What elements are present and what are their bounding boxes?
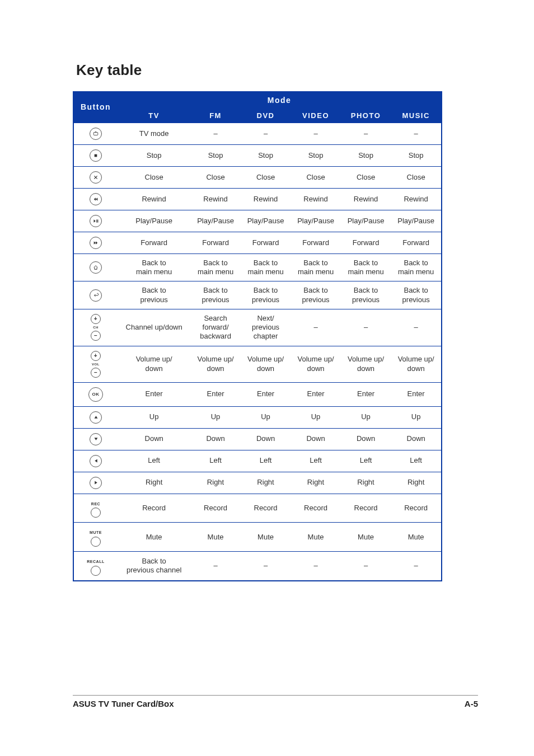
mode-cell: Down — [118, 428, 190, 450]
volume-up-down-icon: +VOL– — [91, 351, 101, 378]
mode-cell: Record — [241, 494, 291, 523]
mode-cell: Play/Pause — [391, 210, 442, 232]
mode-cell: Right — [118, 472, 190, 494]
mode-cell: Rewind — [391, 188, 442, 210]
mode-cell: Down — [291, 428, 341, 450]
mode-cell: Mute — [341, 523, 391, 552]
mode-cell: Stop — [118, 144, 190, 166]
mode-cell: Right — [190, 472, 241, 494]
left-icon — [90, 457, 102, 465]
mode-cell: Back tomain menu — [391, 253, 442, 281]
button-cell — [73, 472, 118, 494]
mode-cell: Back toprevious — [391, 281, 442, 309]
back-icon — [90, 291, 102, 299]
svg-rect-0 — [93, 132, 98, 135]
header-mode-tv: TV — [118, 109, 190, 123]
table-row: TV mode––––– — [73, 123, 442, 144]
mode-cell: Volume up/down — [291, 346, 341, 382]
header-mode-video: VIDEO — [291, 109, 341, 123]
page-title: Key table — [76, 62, 478, 79]
record-icon: REC — [91, 502, 101, 518]
mode-cell: – — [241, 552, 291, 581]
button-cell — [73, 428, 118, 450]
table-row: Play/PausePlay/PausePlay/PausePlay/Pause… — [73, 210, 442, 232]
button-cell: +VOL– — [73, 346, 118, 382]
mode-cell: Volume up/down — [190, 346, 241, 382]
button-cell — [73, 450, 118, 472]
mode-cell: Record — [291, 494, 341, 523]
mode-cell: Up — [241, 406, 291, 428]
mode-cell: Record — [391, 494, 442, 523]
mode-cell: Next/previouschapter — [241, 309, 291, 346]
mode-cell: Left — [291, 450, 341, 472]
mode-cell: Close — [391, 166, 442, 188]
button-cell — [73, 232, 118, 253]
mode-cell: Back tomain menu — [291, 253, 341, 281]
table-row: RightRightRightRightRightRight — [73, 472, 442, 494]
mode-cell: Right — [291, 472, 341, 494]
mode-cell: Forward — [291, 232, 341, 253]
table-row: RECALLBack toprevious channel––––– — [73, 552, 442, 581]
table-row: UpUpUpUpUpUp — [73, 406, 442, 428]
mode-cell: Right — [241, 472, 291, 494]
forward-icon — [90, 238, 102, 247]
header-mode: Mode — [118, 92, 442, 109]
mode-cell: Mute — [190, 523, 241, 552]
mode-cell: Volume up/down — [118, 346, 190, 382]
mode-cell: Stop — [190, 144, 241, 166]
right-icon — [90, 478, 102, 487]
button-cell: +CH– — [73, 309, 118, 346]
mode-cell: Play/Pause — [190, 210, 241, 232]
mode-cell: – — [391, 309, 442, 346]
button-cell — [73, 406, 118, 428]
recall-icon: RECALL — [87, 560, 104, 576]
table-row: +CH–Channel up/downSearchforward/backwar… — [73, 309, 442, 346]
button-cell — [73, 166, 118, 188]
ok-icon: OK — [88, 389, 103, 397]
mode-cell: Left — [241, 450, 291, 472]
mode-cell: Forward — [190, 232, 241, 253]
table-row: MUTEMuteMuteMuteMuteMuteMute — [73, 523, 442, 552]
mode-cell: Forward — [391, 232, 442, 253]
mode-cell: Enter — [241, 382, 291, 406]
mode-cell: Forward — [341, 232, 391, 253]
table-row: CloseCloseCloseCloseCloseClose — [73, 166, 442, 188]
mode-cell: Play/Pause — [241, 210, 291, 232]
mode-cell: – — [190, 552, 241, 581]
mode-cell: Back tomain menu — [190, 253, 241, 281]
mode-cell: Back toprevious — [341, 281, 391, 309]
mode-cell: Searchforward/backward — [190, 309, 241, 346]
mode-cell: – — [341, 123, 391, 144]
mode-cell: – — [391, 123, 442, 144]
table-row: Back topreviousBack topreviousBack topre… — [73, 281, 442, 309]
button-cell: OK — [73, 382, 118, 406]
mode-cell: Close — [241, 166, 291, 188]
table-row: OKEnterEnterEnterEnterEnterEnter — [73, 382, 442, 406]
mode-cell: Volume up/down — [341, 346, 391, 382]
tv-mode-icon — [90, 130, 102, 138]
mode-cell: Volume up/down — [391, 346, 442, 382]
mode-cell: Left — [118, 450, 190, 472]
mode-cell: Rewind — [341, 188, 391, 210]
mode-cell: Enter — [341, 382, 391, 406]
mode-cell: – — [341, 309, 391, 346]
table-row: Back tomain menuBack tomain menuBack tom… — [73, 253, 442, 281]
mode-cell: Enter — [190, 382, 241, 406]
mode-cell: Close — [118, 166, 190, 188]
header-button: Button — [73, 92, 118, 123]
key-table: Button Mode TV FM DVD VIDEO PHOTO MUSIC … — [73, 91, 442, 581]
rewind-icon — [90, 195, 102, 203]
up-icon — [90, 413, 102, 421]
mode-cell: Mute — [241, 523, 291, 552]
mode-cell: Stop — [291, 144, 341, 166]
mode-cell: Record — [118, 494, 190, 523]
mode-cell: Down — [391, 428, 442, 450]
down-icon — [90, 435, 102, 443]
mode-cell: Down — [341, 428, 391, 450]
mode-cell: Up — [341, 406, 391, 428]
table-row: LeftLeftLeftLeftLeftLeft — [73, 450, 442, 472]
mode-cell: Back toprevious — [190, 281, 241, 309]
button-cell — [73, 253, 118, 281]
close-icon — [90, 173, 102, 181]
button-cell — [73, 144, 118, 166]
